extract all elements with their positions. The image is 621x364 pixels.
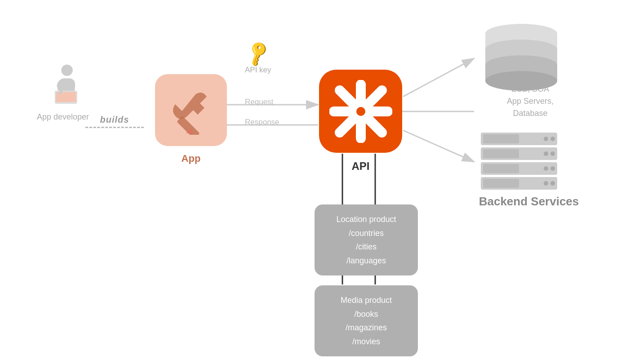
key-icon: 🔑 xyxy=(243,39,273,68)
media-product-box: Media product /books /magazines /movies xyxy=(315,285,418,356)
builds-dashed-line xyxy=(85,127,144,128)
esb-label: ESB, SOA App Servers, Database xyxy=(481,83,580,120)
server-icon xyxy=(476,130,562,193)
svg-line-6 xyxy=(403,58,474,97)
svg-rect-45 xyxy=(483,179,519,188)
svg-point-35 xyxy=(544,137,548,141)
svg-point-13 xyxy=(61,65,72,76)
developer-icon xyxy=(43,63,83,108)
api-label: API xyxy=(319,160,402,173)
svg-point-43 xyxy=(544,166,548,171)
response-label: Response xyxy=(245,118,279,127)
svg-rect-37 xyxy=(483,149,519,158)
api-box xyxy=(319,70,402,153)
svg-point-42 xyxy=(550,166,555,171)
api-key-label: API key xyxy=(245,66,271,75)
media-product-text: Media product /books /magazines /movies xyxy=(324,293,409,348)
svg-point-38 xyxy=(550,151,555,156)
api-key-container: 🔑 API key xyxy=(245,43,271,75)
builds-container: builds xyxy=(85,115,144,128)
svg-rect-41 xyxy=(483,164,519,173)
svg-line-8 xyxy=(403,130,474,162)
svg-point-47 xyxy=(544,181,548,186)
svg-rect-33 xyxy=(483,134,519,143)
api-snowflake-icon xyxy=(329,80,392,143)
app-box xyxy=(155,74,227,146)
database-svg xyxy=(476,20,566,92)
app-wrench-pencil-icon xyxy=(166,85,216,135)
app-label: App xyxy=(155,153,227,164)
svg-point-39 xyxy=(544,151,548,156)
svg-point-24 xyxy=(356,107,365,116)
server-svg xyxy=(476,130,562,193)
app-developer-label: App developer xyxy=(37,112,89,122)
builds-label: builds xyxy=(100,115,129,125)
location-product-text: Location product /countries /cities /lan… xyxy=(324,213,409,267)
diagram-container: App developer builds App 🔑 API key Reque… xyxy=(0,0,621,364)
svg-point-34 xyxy=(550,137,555,141)
request-label: Request xyxy=(245,98,273,107)
backend-services-label: Backend Services xyxy=(475,195,583,209)
location-product-box: Location product /countries /cities /lan… xyxy=(315,204,418,275)
app-developer-section: App developer xyxy=(22,63,103,122)
svg-point-46 xyxy=(550,181,555,186)
database-icon xyxy=(476,20,566,92)
